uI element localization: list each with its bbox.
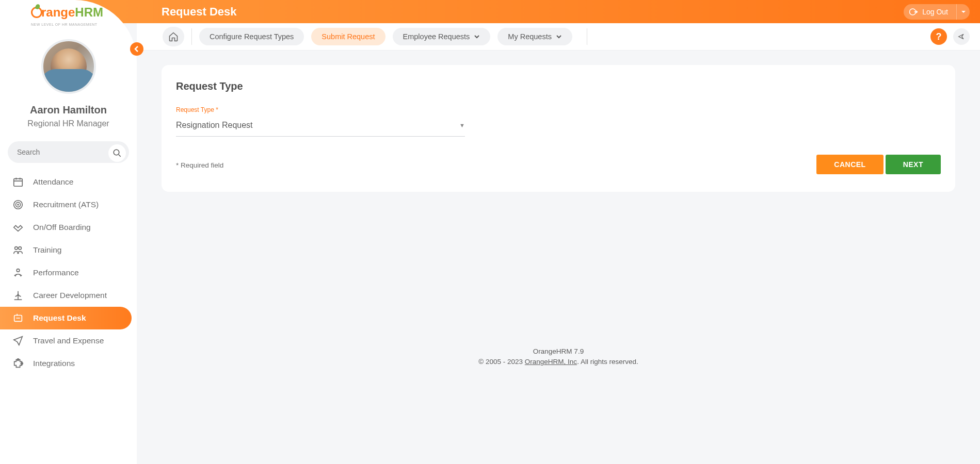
- svg-rect-2: [14, 179, 23, 187]
- divider: [191, 28, 192, 45]
- next-button[interactable]: NEXT: [886, 155, 941, 174]
- tab-label: My Requests: [508, 32, 552, 41]
- handshake-icon: [12, 222, 24, 233]
- tab-label: Submit Request: [322, 32, 375, 41]
- sidebar-item-attendance[interactable]: Attendance: [0, 171, 137, 193]
- user-role: Regional HR Manager: [0, 119, 137, 128]
- chevron-left-icon: [134, 46, 139, 52]
- footer-suffix: . All rights reserved.: [577, 358, 638, 366]
- tab-submit[interactable]: Submit Request: [311, 28, 385, 45]
- logo-text-1: range: [41, 5, 75, 19]
- svg-point-3: [14, 201, 23, 209]
- sidebar-item-label: Integrations: [33, 359, 75, 368]
- sidebar-item-onboarding[interactable]: On/Off Boarding: [0, 216, 137, 239]
- sidebar: rangeHRM NEW LEVEL OF HR MANAGEMENT Aaro…: [0, 0, 137, 464]
- help-icon: ?: [936, 31, 942, 42]
- field-group: Request Type * Resignation Request ▼: [176, 105, 941, 137]
- search-wrap: [8, 141, 129, 163]
- request-form-card: Request Type Request Type * Resignation …: [162, 65, 955, 192]
- sidebar-item-label: Attendance: [33, 177, 73, 187]
- divider: [587, 28, 587, 45]
- growth-icon: [12, 290, 24, 301]
- logo-orange-icon: [31, 7, 42, 18]
- logout-dropdown[interactable]: [956, 4, 970, 20]
- page-title: Request Desk: [162, 5, 904, 19]
- target-icon: [12, 199, 24, 210]
- star-person-icon: [12, 267, 24, 278]
- field-label-text: Request Type: [176, 106, 214, 113]
- nav-menu: Attendance Recruitment (ATS) On/Off Boar…: [0, 171, 137, 375]
- form-actions: CANCEL NEXT: [176, 155, 941, 174]
- sidebar-item-integrations[interactable]: Integrations: [0, 352, 137, 375]
- chevron-down-icon: [556, 34, 562, 40]
- tab-label: Configure Request Types: [210, 32, 294, 41]
- caret-down-icon: [961, 9, 966, 14]
- sidebar-item-travel[interactable]: Travel and Expense: [0, 329, 137, 352]
- tab-my-requests[interactable]: My Requests: [497, 28, 572, 45]
- chevron-down-icon: [474, 34, 480, 40]
- sidebar-item-recruitment[interactable]: Recruitment (ATS): [0, 193, 137, 216]
- footer-link[interactable]: OrangeHRM, Inc: [525, 358, 577, 366]
- home-icon: [168, 31, 179, 42]
- logout-group: Log Out: [904, 4, 970, 20]
- request-type-select[interactable]: Resignation Request ▼: [176, 117, 465, 137]
- sidebar-item-label: On/Off Boarding: [33, 223, 91, 232]
- sidebar-item-training[interactable]: Training: [0, 239, 137, 261]
- svg-point-5: [18, 204, 19, 205]
- sidebar-item-career[interactable]: Career Development: [0, 284, 137, 307]
- sidebar-item-label: Performance: [33, 268, 79, 277]
- svg-point-7: [19, 247, 21, 250]
- top-bar: Request Desk Log Out: [0, 0, 980, 23]
- footer: OrangeHRM 7.9 © 2005 - 2023 OrangeHRM, I…: [162, 346, 955, 368]
- svg-point-6: [15, 247, 18, 250]
- logout-label: Log Out: [922, 8, 948, 16]
- help-button[interactable]: ?: [930, 28, 947, 45]
- sidebar-item-label: Request Desk: [33, 313, 86, 323]
- logo-text-2: HRM: [75, 5, 103, 19]
- svg-point-1: [114, 150, 119, 155]
- user-name: Aaron Hamilton: [0, 104, 137, 116]
- select-value: Resignation Request: [176, 121, 253, 130]
- svg-point-8: [17, 269, 20, 272]
- tab-bar: Configure Request Types Submit Request E…: [137, 23, 980, 51]
- tab-employee-requests[interactable]: Employee Requests: [393, 28, 491, 45]
- logout-icon: [909, 7, 918, 16]
- tab-label: Employee Requests: [403, 32, 470, 41]
- required-marker: *: [216, 106, 218, 113]
- section-title: Request Type: [176, 80, 941, 92]
- share-button[interactable]: [953, 28, 970, 45]
- avatar[interactable]: [41, 39, 96, 94]
- sidebar-item-label: Training: [33, 245, 61, 255]
- logo: rangeHRM: [31, 5, 137, 20]
- plane-icon: [12, 335, 24, 346]
- dropdown-arrow-icon: ▼: [459, 122, 465, 128]
- request-icon: [12, 312, 24, 324]
- footer-version: OrangeHRM 7.9: [162, 346, 955, 357]
- search-button[interactable]: [108, 144, 126, 162]
- collapse-sidebar-button[interactable]: [130, 42, 143, 56]
- footer-copyright: © 2005 - 2023 OrangeHRM, Inc. All rights…: [162, 357, 955, 367]
- sidebar-item-label: Recruitment (ATS): [33, 200, 99, 209]
- tab-home[interactable]: [163, 27, 184, 46]
- svg-point-4: [15, 202, 20, 207]
- tab-configure[interactable]: Configure Request Types: [199, 28, 304, 45]
- sidebar-item-label: Career Development: [33, 291, 107, 300]
- logo-subtitle: NEW LEVEL OF HR MANAGEMENT: [31, 23, 137, 26]
- logout-button[interactable]: Log Out: [904, 4, 956, 20]
- share-icon: [957, 32, 966, 41]
- content-area: Request Type Request Type * Resignation …: [137, 51, 980, 464]
- search-icon: [113, 148, 122, 158]
- footer-prefix: © 2005 - 2023: [478, 358, 525, 366]
- sidebar-item-label: Travel and Expense: [33, 336, 104, 345]
- people-icon: [12, 244, 24, 256]
- user-profile: Aaron Hamilton Regional HR Manager: [0, 39, 137, 128]
- field-label: Request Type *: [176, 106, 218, 113]
- cancel-button[interactable]: CANCEL: [816, 155, 883, 174]
- sidebar-item-performance[interactable]: Performance: [0, 261, 137, 284]
- sidebar-item-request-desk[interactable]: Request Desk: [0, 307, 132, 329]
- calendar-icon: [12, 176, 24, 188]
- request-type-select-wrap: Resignation Request ▼: [176, 117, 465, 137]
- puzzle-icon: [12, 358, 24, 369]
